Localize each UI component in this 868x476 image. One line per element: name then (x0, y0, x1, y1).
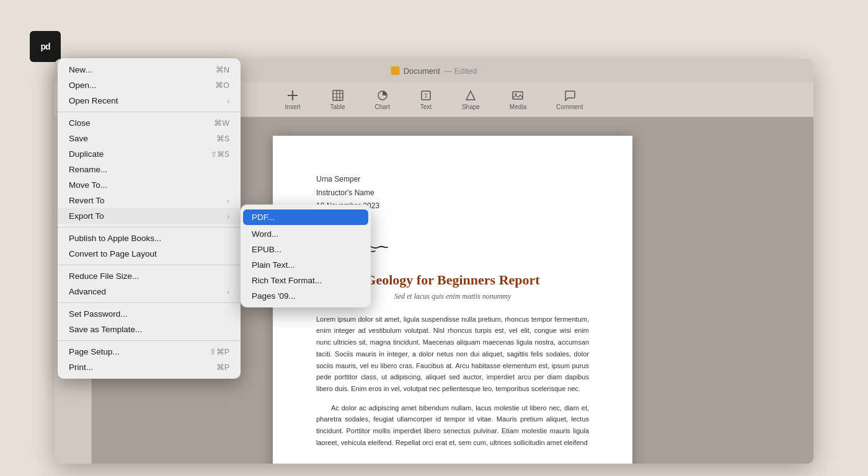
menu-convert-to-page-label: Convert to Page Layout (69, 249, 157, 258)
toolbar-text[interactable]: T Text (415, 87, 437, 113)
export-pages09[interactable]: Pages '09... (241, 288, 371, 304)
export-plain-text-label: Plain Text... (252, 260, 295, 270)
toolbar-insert[interactable]: Insert (280, 87, 306, 113)
doc-body: Lorem ipsum dolor sit amet, ligula suspe… (316, 314, 589, 449)
advanced-arrow-icon: › (227, 288, 229, 296)
insert-label: Insert (285, 104, 301, 110)
open-recent-arrow-icon: › (227, 97, 229, 105)
menu-divider-1 (58, 112, 241, 112)
text-label: Text (420, 104, 432, 110)
export-epub[interactable]: EPUB... (241, 242, 371, 257)
menu-divider-5 (58, 340, 241, 341)
doc-author: Urna Semper (316, 173, 589, 187)
menu-divider-4 (58, 302, 241, 303)
svg-rect-2 (333, 90, 343, 100)
menu-open-shortcut: ⌘O (215, 81, 229, 90)
menu-revert-to-label: Revert To (69, 196, 105, 205)
menu-page-setup-shortcut: ⇧⌘P (210, 347, 229, 356)
svg-rect-1 (292, 90, 293, 100)
toolbar-chart[interactable]: Chart (370, 87, 394, 113)
svg-point-12 (515, 93, 517, 95)
menu-save-shortcut: ⌘S (216, 134, 229, 143)
menu-reduce-file[interactable]: Reduce File Size... (58, 268, 241, 284)
document-title: Document (404, 66, 440, 76)
menu-save-template[interactable]: Save as Template... (58, 322, 241, 337)
export-submenu: PDF... Word... EPUB... Plain Text... Ric… (241, 205, 371, 307)
menu-page-setup-label: Page Setup... (69, 347, 120, 356)
menu-close-label: Close (69, 118, 91, 128)
menu-publish-apple[interactable]: Publish to Apple Books... (58, 231, 241, 246)
revert-to-arrow-icon: › (227, 197, 229, 205)
menu-close[interactable]: Close ⌘W (58, 115, 241, 131)
menu-close-shortcut: ⌘W (214, 118, 229, 128)
logo-text: pd (40, 42, 50, 51)
toolbar-table[interactable]: Table (326, 87, 350, 113)
comment-icon (564, 89, 576, 102)
text-icon: T (420, 89, 432, 102)
menu-duplicate-shortcut: ⇧⌘S (211, 150, 229, 159)
menu-open-label: Open... (69, 81, 96, 90)
menu-open-recent[interactable]: Open Recent › (58, 93, 241, 108)
menu-new[interactable]: New... ⌘N (58, 62, 241, 77)
insert-icon (286, 89, 299, 102)
menu-rename-label: Rename... (69, 165, 107, 174)
export-rich-text-label: Rich Text Format... (252, 276, 322, 285)
menu-print-label: Print... (69, 363, 93, 372)
menu-move-to-label: Move To... (69, 180, 107, 190)
media-icon (512, 89, 524, 102)
export-word-label: Word... (252, 229, 278, 239)
shape-label: Shape (462, 104, 480, 110)
menu-divider-3 (58, 265, 241, 265)
menu-reduce-file-label: Reduce File Size... (69, 271, 139, 281)
menu-set-password[interactable]: Set Password... (58, 306, 241, 322)
menu-page-setup[interactable]: Page Setup... ⇧⌘P (58, 344, 241, 359)
menu-save[interactable]: Save ⌘S (58, 131, 241, 146)
menu-advanced[interactable]: Advanced › (58, 284, 241, 299)
menu-publish-apple-label: Publish to Apple Books... (69, 234, 161, 243)
file-menu: New... ⌘N Open... ⌘O Open Recent › Close… (58, 58, 241, 379)
menu-new-label: New... (69, 65, 92, 74)
export-rich-text[interactable]: Rich Text Format... (241, 273, 371, 288)
menu-save-template-label: Save as Template... (69, 325, 142, 334)
menu-print-shortcut: ⌘P (216, 363, 229, 372)
menu-convert-to-page[interactable]: Convert to Page Layout (58, 246, 241, 262)
doc-instructor: Instructor's Name (316, 187, 589, 200)
document-icon (391, 66, 400, 75)
menu-export-to[interactable]: Export To › PDF... Word... EPUB... Plain… (58, 208, 241, 224)
menu-open[interactable]: Open... ⌘O (58, 77, 241, 93)
table-label: Table (330, 104, 345, 110)
chart-label: Chart (374, 104, 389, 110)
svg-marker-10 (466, 91, 475, 100)
export-pages09-label: Pages '09... (252, 291, 296, 301)
doc-paragraph-2: Ac dolor ac adipiscing amet bibendum nul… (316, 402, 589, 449)
menu-divider-2 (58, 227, 241, 227)
toolbar-shape[interactable]: Shape (457, 87, 485, 113)
export-epub-label: EPUB... (252, 245, 281, 254)
menu-set-password-label: Set Password... (69, 309, 128, 319)
table-icon (332, 89, 344, 102)
menu-revert-to[interactable]: Revert To › (58, 193, 241, 208)
app-logo: pd (30, 31, 61, 62)
menu-duplicate-label: Duplicate (69, 149, 104, 159)
svg-rect-11 (513, 92, 523, 99)
doc-paragraph-1: Lorem ipsum dolor sit amet, ligula suspe… (316, 314, 589, 395)
export-to-arrow-icon: › (227, 213, 229, 220)
toolbar-media[interactable]: Media (505, 87, 531, 113)
menu-export-to-label: Export To (69, 211, 104, 221)
title-bar-center: Document — Edited (391, 66, 477, 76)
toolbar-comment[interactable]: Comment (551, 87, 588, 113)
menu-print[interactable]: Print... ⌘P (58, 359, 241, 375)
export-pdf-label: PDF... (252, 213, 275, 222)
shape-icon (464, 89, 477, 102)
export-word[interactable]: Word... (241, 226, 371, 242)
menu-advanced-label: Advanced (69, 287, 106, 296)
export-pdf[interactable]: PDF... (243, 209, 368, 225)
chart-icon (376, 89, 389, 102)
media-label: Media (510, 104, 526, 110)
menu-save-label: Save (69, 134, 88, 143)
menu-open-recent-label: Open Recent (69, 96, 118, 105)
menu-move-to[interactable]: Move To... (58, 177, 241, 193)
export-plain-text[interactable]: Plain Text... (241, 257, 371, 273)
menu-rename[interactable]: Rename... (58, 162, 241, 177)
menu-duplicate[interactable]: Duplicate ⇧⌘S (58, 146, 241, 162)
